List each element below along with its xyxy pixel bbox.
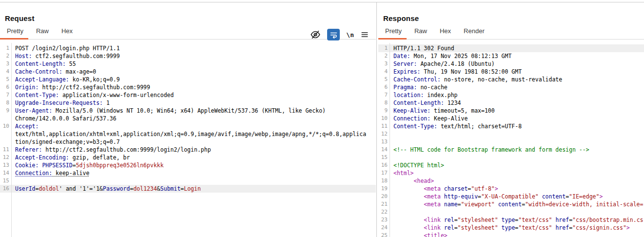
line-number [0, 130, 12, 138]
code-row[interactable]: 13 [378, 138, 644, 146]
line-number: 2 [378, 52, 390, 60]
code-row[interactable]: 2Host: ctf2.segfaulthub.com:9999 [0, 52, 376, 60]
line-number: 15 [0, 177, 12, 185]
tab-render[interactable]: Render [464, 27, 485, 39]
panel-splitter[interactable] [376, 2, 377, 237]
code-line: <html> [390, 169, 644, 177]
code-row[interactable]: 10Connection: Keep-Alive [378, 115, 644, 122]
word-wrap-toggle-button[interactable] [327, 29, 340, 40]
code-token: Cookie: PHPSESSID [15, 162, 73, 169]
code-row[interactable]: 10Accept: [0, 122, 376, 130]
code-token: Content-Type: [15, 92, 59, 99]
code-row[interactable]: 20 <meta http-equiv="X-UA-Compatible" co… [378, 193, 644, 200]
line-number: 8 [0, 99, 12, 107]
code-row[interactable]: 4Cache-Control: max-age=0 [0, 68, 376, 76]
code-row[interactable]: 23 <link rel="stylesheet" type="text/css… [378, 216, 644, 224]
code-token: name [444, 201, 458, 208]
response-panel-title: Response [383, 14, 644, 22]
code-token: > [599, 193, 603, 200]
code-row[interactable]: 16<!DOCTYPE html> [378, 161, 644, 169]
tab-pretty[interactable]: Pretty [385, 27, 402, 39]
hide-nonprinting-button[interactable] [310, 29, 321, 40]
response-panel: Response PrettyRawHexRender 1HTTP/1.1 30… [378, 2, 644, 237]
code-row[interactable]: 12 [378, 130, 644, 138]
code-row[interactable]: 6Pragma: no-cache [378, 83, 644, 91]
code-row[interactable]: 25 <title> [378, 232, 644, 237]
code-row[interactable]: 1HTTP/1.1 302 Found [378, 44, 644, 52]
code-row[interactable]: 9Keep-Alive: timeout=5, max=100 [378, 107, 644, 115]
code-row[interactable]: 7location: index.php [378, 91, 644, 99]
code-row[interactable]: 4Expires: Thu, 19 Nov 1981 08:52:00 GMT [378, 68, 644, 76]
tab-hex[interactable]: Hex [61, 27, 73, 39]
code-line: <meta charset="utf-8"> [390, 185, 644, 193]
code-row[interactable]: 3Content-Length: 55 [0, 60, 376, 68]
code-line: <meta http-equiv="X-UA-Compatible" conte… [390, 193, 644, 200]
code-row[interactable]: 11Content-Type: text/html; charset=UTF-8 [378, 122, 644, 130]
line-number: 9 [378, 107, 390, 115]
line-number: 3 [0, 60, 12, 68]
code-token: content [498, 201, 522, 208]
code-row[interactable]: 3Server: Apache/2.4.18 (Ubuntu) [378, 60, 644, 68]
code-row[interactable]: text/html,application/xhtml+xml,applicat… [0, 130, 376, 138]
code-token: Chrome/142.0.0.0 Safari/537.36 [15, 115, 117, 122]
code-line: Server: Apache/2.4.18 (Ubuntu) [390, 60, 644, 68]
code-row[interactable]: 8Content-Length: 1234 [378, 99, 644, 107]
code-row[interactable]: 6Origin: http://ctf2.segfaulthub.com:999… [0, 83, 376, 91]
code-row[interactable]: 11Referer: http://ctf2.segfaulthub.com:9… [0, 146, 376, 154]
code-token: keep-alive [52, 170, 89, 177]
code-token: "text/css" [518, 224, 552, 231]
code-line: <link rel="stylesheet" type="text/css" h… [390, 224, 644, 232]
code-line [390, 138, 644, 146]
code-token: Date: [393, 53, 410, 59]
code-row[interactable]: 19 <meta charset="utf-8"> [378, 185, 644, 193]
code-row[interactable]: 12Accept-Encoding: gzip, deflate, br [0, 154, 376, 161]
line-number: 12 [0, 154, 12, 161]
code-row[interactable]: 5Accept-Language: ko-KR,ko;q=0.9 [0, 76, 376, 83]
code-line [390, 130, 644, 138]
code-row[interactable]: 8Upgrade-Insecure-Requests: 1 [0, 99, 376, 107]
code-row[interactable]: 14Connection: keep-alive [0, 169, 376, 177]
code-token: rel [444, 224, 454, 231]
newline-toggle-button[interactable]: \n [346, 31, 354, 39]
tab-pretty[interactable]: Pretty [7, 27, 23, 39]
code-row[interactable]: 5Cache-Control: no-store, no-cache, must… [378, 76, 644, 83]
code-row[interactable]: tion/signed-exchange;v=b3;q=0.7 [0, 138, 376, 146]
newline-icon: \n [346, 31, 354, 39]
code-token: type [502, 217, 515, 223]
code-row[interactable]: 7Content-Type: application/x-www-form-ur… [0, 91, 376, 99]
code-line: User-Agent: Mozilla/5.0 (Windows NT 10.0… [12, 107, 376, 115]
code-row[interactable]: 22 [378, 208, 644, 216]
code-row[interactable]: 18 <head> [378, 177, 644, 185]
code-token: Server: [393, 60, 417, 67]
code-token [393, 224, 424, 231]
code-token: "css/signin.css" [572, 224, 626, 231]
code-token: Content-Length: [15, 60, 66, 67]
code-row[interactable]: 15 [378, 154, 644, 161]
line-number: 10 [378, 115, 390, 122]
code-row[interactable]: 13Cookie: PHPSESSID=5djsh0bppreq3e0526ln… [0, 161, 376, 169]
editor-menu-button[interactable] [360, 30, 369, 39]
code-row[interactable]: 1POST /login2/login.php HTTP/1.1 [0, 44, 376, 52]
request-editor[interactable]: 1POST /login2/login.php HTTP/1.12Host: c… [0, 43, 376, 237]
line-number: 25 [378, 232, 390, 237]
code-row[interactable]: 2Date: Mon, 17 Nov 2025 08:12:13 GMT [378, 52, 644, 60]
code-row[interactable]: 15 [0, 177, 376, 185]
code-row[interactable]: 16UserId=doldol' and '1'='1&Password=dol… [0, 185, 376, 193]
code-row[interactable]: 24 <link rel="stylesheet" type="text/css… [378, 224, 644, 232]
code-row[interactable]: 14<!-- HTML code for Bootstrap framework… [378, 146, 644, 154]
code-row[interactable]: 21 <meta name="viewport" content="width=… [378, 200, 644, 208]
code-token [495, 201, 498, 208]
code-row[interactable]: 17<html> [378, 169, 644, 177]
response-editor[interactable]: 1HTTP/1.1 302 Found2Date: Mon, 17 Nov 20… [378, 43, 644, 237]
code-token: > [626, 224, 630, 231]
tab-raw[interactable]: Raw [414, 27, 427, 39]
line-number: 13 [378, 138, 390, 146]
code-line: Pragma: no-cache [390, 83, 644, 91]
code-row[interactable]: Chrome/142.0.0.0 Safari/537.36 [0, 115, 376, 122]
tab-raw[interactable]: Raw [36, 27, 49, 39]
tab-hex[interactable]: Hex [440, 27, 451, 39]
code-token: Cache-Control: [393, 76, 441, 83]
code-line: Content-Type: application/x-www-form-url… [12, 91, 376, 99]
code-row[interactable]: 9User-Agent: Mozilla/5.0 (Windows NT 10.… [0, 107, 376, 115]
code-line [390, 154, 644, 161]
